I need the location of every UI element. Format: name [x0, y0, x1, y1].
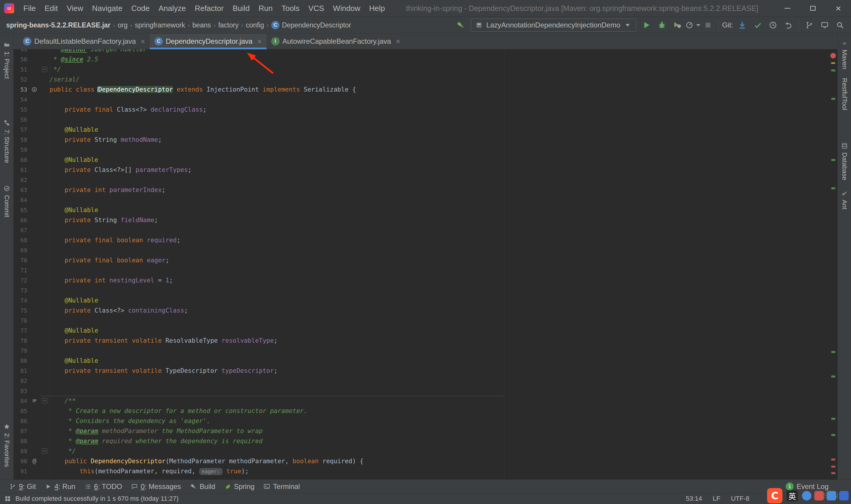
- inspection-warning-indicator: [831, 62, 835, 64]
- editor[interactable]: 49 * @author Juergen Hoeller50 * @since …: [14, 49, 837, 480]
- run-gray-icon: [44, 483, 52, 490]
- breadcrumb-item[interactable]: config: [244, 21, 266, 29]
- breadcrumb-separator-icon: ›: [130, 22, 133, 29]
- encoding-widget[interactable]: UTF-8: [731, 495, 749, 503]
- commit-button[interactable]: [751, 18, 764, 32]
- caret-position-widget[interactable]: 53:14: [686, 495, 702, 503]
- tool-window-button-6-todo[interactable]: 6: TODO: [80, 480, 126, 493]
- menu-tools[interactable]: Tools: [277, 0, 304, 17]
- tool-stripe-button-database[interactable]: Database: [838, 142, 851, 180]
- line-separator-widget[interactable]: LF: [713, 495, 720, 503]
- stop-button[interactable]: [701, 18, 715, 32]
- editor-tab[interactable]: CDependencyDescriptor.java×: [150, 34, 267, 49]
- tool-stripe-button-ant[interactable]: Ant: [838, 190, 851, 210]
- tool-stripe-button-2-favorites[interactable]: 2: Favorites: [0, 423, 13, 467]
- event-log-badge: 1: [786, 482, 794, 490]
- close-icon: ×: [836, 3, 841, 14]
- tool-window-button-0-messages[interactable]: 0: Messages: [126, 480, 185, 493]
- fold-end-marker-icon[interactable]: −: [42, 67, 47, 72]
- scrollbar-error-stripe[interactable]: [829, 49, 837, 480]
- close-tab-icon[interactable]: ×: [141, 37, 145, 46]
- tool-stripe-button-1-project[interactable]: 1: Project: [0, 41, 13, 79]
- tool-stripe-button-maven[interactable]: mMaven: [838, 40, 851, 69]
- run-button[interactable]: [640, 18, 653, 32]
- history-button[interactable]: [766, 18, 780, 32]
- menu-view[interactable]: View: [62, 0, 88, 17]
- menu-help[interactable]: Help: [365, 0, 389, 17]
- breadcrumb-item[interactable]: CDependencyDescriptor: [269, 21, 353, 29]
- minimize-button[interactable]: [775, 0, 800, 17]
- tool-window-switcher-icon[interactable]: [4, 495, 11, 502]
- breadcrumb-item[interactable]: org: [115, 21, 129, 29]
- menu-refactor[interactable]: Refactor: [190, 0, 228, 17]
- code-line: 70 private final boolean eager;: [14, 255, 829, 265]
- tool-window-button-build[interactable]: Build: [185, 480, 220, 493]
- code-text: [50, 316, 829, 326]
- code-text: private final Class<?> declaringClass;: [50, 105, 829, 115]
- gutter: [27, 225, 50, 235]
- close-tab-icon[interactable]: ×: [396, 37, 400, 46]
- gutter: [27, 265, 50, 275]
- line-number: 63: [14, 185, 27, 195]
- search-button[interactable]: [833, 18, 847, 32]
- fold-marker-icon[interactable]: −: [42, 398, 47, 403]
- inspection-error-indicator[interactable]: [830, 53, 836, 58]
- code-text: private final boolean required;: [50, 235, 829, 245]
- gutter: [27, 185, 50, 195]
- breadcrumb-item[interactable]: beans: [190, 21, 213, 29]
- coverage-button[interactable]: [670, 18, 684, 32]
- maximize-button[interactable]: [800, 0, 826, 17]
- menu-analyze[interactable]: Analyze: [154, 0, 190, 17]
- breadcrumb-item[interactable]: spring-beans-5.2.2.RELEASE.jar: [4, 21, 113, 29]
- tab-label: DependencyDescriptor.java: [166, 37, 253, 46]
- line-number: 53: [14, 85, 27, 94]
- code-text: @Nullable: [50, 326, 829, 336]
- code-line: 81 private transient volatile TypeDescri…: [14, 366, 829, 376]
- tool-stripe-button-7-structure[interactable]: 7: Structure: [0, 119, 13, 163]
- gutter: [27, 105, 50, 115]
- breadcrumb-item[interactable]: factory: [216, 21, 240, 29]
- line-number: 51: [14, 65, 27, 74]
- menu-code[interactable]: Code: [127, 0, 154, 17]
- tool-window-button-spring[interactable]: Spring: [220, 480, 259, 493]
- tool-stripe-button-commit[interactable]: Commit: [0, 185, 13, 217]
- breadcrumb-separator-icon: ›: [113, 22, 116, 29]
- menu-build[interactable]: Build: [228, 0, 254, 17]
- breadcrumb-item[interactable]: springframework: [133, 21, 187, 29]
- tool-window-button-terminal[interactable]: Terminal: [259, 480, 304, 493]
- line-number: 86: [14, 416, 27, 426]
- tool-window-button-9-git[interactable]: 9: Git: [5, 480, 40, 493]
- event-log-button[interactable]: 1 Event Log: [786, 482, 846, 491]
- menu-navigate[interactable]: Navigate: [88, 0, 127, 17]
- close-tab-icon[interactable]: ×: [257, 37, 261, 46]
- menu-run[interactable]: Run: [254, 0, 277, 17]
- close-button[interactable]: ×: [826, 0, 851, 17]
- update-project-button[interactable]: [736, 18, 749, 32]
- console-button[interactable]: [818, 18, 832, 32]
- code-text: /**: [50, 396, 829, 406]
- code-text: [50, 265, 829, 275]
- menu-file[interactable]: File: [19, 0, 40, 17]
- tool-stripe-label: 7: Structure: [3, 129, 11, 163]
- profiler-button[interactable]: [686, 18, 700, 32]
- git-branch-icon: [9, 483, 16, 490]
- tab-label: AutowireCapableBeanFactory.java: [283, 37, 391, 46]
- gutter: [27, 295, 50, 305]
- editor-tab[interactable]: CDefaultListableBeanFactory.java×: [18, 34, 150, 49]
- annotated-gutter-icon[interactable]: @: [33, 456, 36, 466]
- editor-tab[interactable]: IAutowireCapableBeanFactory.java×: [267, 34, 405, 49]
- tool-stripe-button-restfultool[interactable]: RestfulTool: [838, 78, 851, 110]
- rollback-button[interactable]: [782, 18, 795, 32]
- hammer-green-button[interactable]: [454, 18, 467, 32]
- fold-end-marker-icon[interactable]: −: [42, 448, 47, 454]
- debug-button[interactable]: [655, 18, 669, 32]
- code-line: 83: [14, 386, 829, 396]
- branch-button[interactable]: [802, 18, 816, 32]
- line-number: 65: [14, 205, 27, 215]
- run-configuration-select[interactable]: LazyAnnotationDependencyInjectionDemo: [471, 19, 636, 32]
- menu-vcs[interactable]: VCS: [304, 0, 328, 17]
- menu-window[interactable]: Window: [329, 0, 365, 17]
- line-number: 90: [14, 456, 27, 466]
- menu-edit[interactable]: Edit: [40, 0, 62, 17]
- tool-window-button-4-run[interactable]: 4: Run: [40, 480, 80, 493]
